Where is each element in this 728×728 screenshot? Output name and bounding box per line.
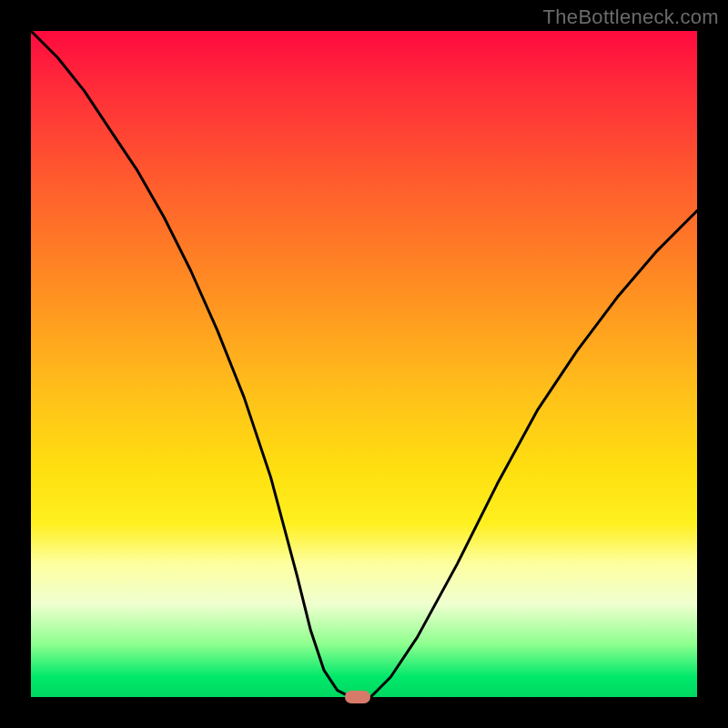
watermark-text: TheBottleneck.com — [543, 5, 719, 29]
bottleneck-curve — [31, 31, 697, 697]
plot-area — [31, 31, 697, 697]
optimal-marker — [345, 691, 370, 703]
chart-frame: TheBottleneck.com — [0, 0, 728, 728]
